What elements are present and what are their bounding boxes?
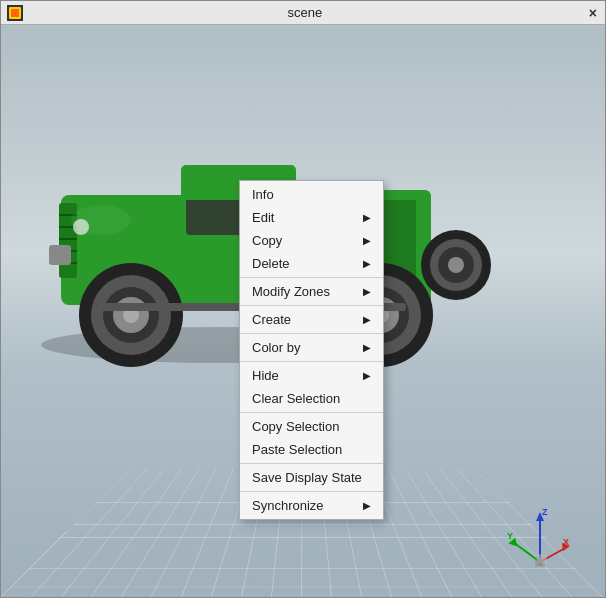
menu-item-clear-selection[interactable]: Clear Selection xyxy=(240,387,383,410)
menu-item-delete[interactable]: Delete▶ xyxy=(240,252,383,275)
svg-text:Z: Z xyxy=(542,507,548,517)
main-window: scene × xyxy=(0,0,606,598)
menu-separator-paste-selection xyxy=(240,463,383,464)
submenu-arrow-copy: ▶ xyxy=(363,235,371,246)
app-icon xyxy=(7,5,23,21)
menu-item-label-modify-zones: Modify Zones xyxy=(252,284,330,299)
svg-point-29 xyxy=(448,257,464,273)
menu-items-list: InfoEdit▶Copy▶Delete▶Modify Zones▶Create… xyxy=(240,183,383,517)
menu-item-color-by[interactable]: Color by▶ xyxy=(240,336,383,359)
menu-item-edit[interactable]: Edit▶ xyxy=(240,206,383,229)
menu-item-label-delete: Delete xyxy=(252,256,290,271)
submenu-arrow-edit: ▶ xyxy=(363,212,371,223)
window-title: scene xyxy=(288,5,323,20)
submenu-arrow-hide: ▶ xyxy=(363,370,371,381)
menu-item-save-display-state[interactable]: Save Display State xyxy=(240,466,383,489)
menu-separator-save-display-state xyxy=(240,491,383,492)
menu-item-copy-selection[interactable]: Copy Selection xyxy=(240,415,383,438)
submenu-arrow-modify-zones: ▶ xyxy=(363,286,371,297)
menu-item-create[interactable]: Create▶ xyxy=(240,308,383,331)
menu-item-label-info: Info xyxy=(252,187,274,202)
svg-rect-1 xyxy=(11,9,19,17)
submenu-arrow-delete: ▶ xyxy=(363,258,371,269)
menu-separator-delete xyxy=(240,277,383,278)
svg-rect-44 xyxy=(537,554,547,564)
menu-item-label-paste-selection: Paste Selection xyxy=(252,442,342,457)
menu-item-label-save-display-state: Save Display State xyxy=(252,470,362,485)
svg-text:X: X xyxy=(563,537,569,547)
menu-item-label-color-by: Color by xyxy=(252,340,300,355)
menu-item-label-copy-selection: Copy Selection xyxy=(252,419,339,434)
menu-item-info[interactable]: Info xyxy=(240,183,383,206)
submenu-arrow-synchronize: ▶ xyxy=(363,500,371,511)
svg-point-32 xyxy=(73,219,89,235)
close-button[interactable]: × xyxy=(587,5,599,21)
context-menu: InfoEdit▶Copy▶Delete▶Modify Zones▶Create… xyxy=(239,180,384,520)
menu-item-label-copy: Copy xyxy=(252,233,282,248)
menu-item-paste-selection[interactable]: Paste Selection xyxy=(240,438,383,461)
scene-viewport: Z Y X InfoEdit▶Copy▶Delete▶Modify Zones▶… xyxy=(1,25,605,597)
menu-item-label-create: Create xyxy=(252,312,291,327)
menu-separator-color-by xyxy=(240,361,383,362)
titlebar: scene × xyxy=(1,1,605,25)
menu-item-hide[interactable]: Hide▶ xyxy=(240,364,383,387)
menu-item-label-synchronize: Synchronize xyxy=(252,498,324,513)
menu-item-synchronize[interactable]: Synchronize▶ xyxy=(240,494,383,517)
menu-item-label-hide: Hide xyxy=(252,368,279,383)
menu-item-label-edit: Edit xyxy=(252,210,274,225)
submenu-arrow-create: ▶ xyxy=(363,314,371,325)
menu-separator-modify-zones xyxy=(240,305,383,306)
menu-item-copy[interactable]: Copy▶ xyxy=(240,229,383,252)
submenu-arrow-color-by: ▶ xyxy=(363,342,371,353)
menu-item-label-clear-selection: Clear Selection xyxy=(252,391,340,406)
svg-text:Y: Y xyxy=(507,531,513,541)
menu-item-modify-zones[interactable]: Modify Zones▶ xyxy=(240,280,383,303)
menu-separator-create xyxy=(240,333,383,334)
axes-indicator: Z Y X xyxy=(505,507,575,577)
menu-separator-clear-selection xyxy=(240,412,383,413)
svg-rect-15 xyxy=(49,245,71,265)
